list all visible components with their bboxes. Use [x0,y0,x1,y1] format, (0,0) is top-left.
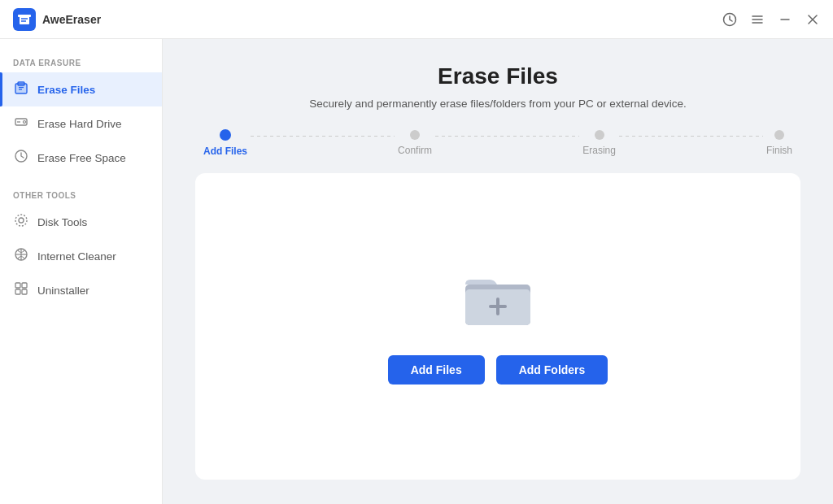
sidebar-internet-cleaner-label: Internet Cleaner [37,250,116,263]
sidebar-item-erase-free-space[interactable]: Erase Free Space [0,141,162,175]
sidebar-erase-free-space-label: Erase Free Space [37,152,126,164]
uninstaller-icon [13,281,29,299]
step-dot-confirm [410,130,420,140]
svg-rect-2 [18,15,31,17]
step-dot-add-files [220,129,231,141]
title-bar-controls [722,12,820,27]
history-icon[interactable] [722,12,737,27]
app-title: AweEraser [42,13,101,26]
step-label-add-files: Add Files [203,146,247,157]
steps-container: Add Files Confirm Erasing Finish [195,129,800,157]
title-bar-left: AweEraser [13,8,101,31]
svg-point-22 [15,215,27,226]
sidebar-item-uninstaller[interactable]: Uninstaller [0,273,162,307]
disk-tools-icon [13,213,29,231]
step-add-files: Add Files [203,129,247,157]
step-label-erasing: Erasing [582,145,616,156]
page-title: Erase Files [195,63,800,89]
step-dot-erasing [595,130,604,140]
sidebar-item-internet-cleaner[interactable]: Internet Cleaner [0,239,162,273]
sidebar-item-erase-hard-drive[interactable]: Erase Hard Drive [0,106,162,141]
steps-line-1 [251,136,395,137]
svg-point-21 [19,218,24,223]
app-logo [13,8,36,31]
internet-cleaner-icon [13,247,29,265]
svg-rect-27 [22,283,27,288]
sidebar-item-erase-files[interactable]: Erase Files [0,72,162,106]
folder-icon-wrapper [461,268,534,332]
erase-files-icon [13,80,29,98]
menu-icon[interactable] [750,12,765,27]
steps-line-3 [619,136,763,137]
sidebar-erase-files-label: Erase Files [37,84,95,96]
step-finish: Finish [766,130,792,156]
erase-free-space-icon [13,149,29,167]
step-erasing: Erasing [582,130,616,156]
svg-rect-26 [15,283,20,288]
content-area: Erase Files Securely and permanently era… [163,39,833,504]
step-label-confirm: Confirm [398,145,432,156]
add-folders-button[interactable]: Add Folders [496,355,608,385]
action-buttons: Add Files Add Folders [388,355,608,385]
folder-icon [461,268,534,329]
sidebar-uninstaller-label: Uninstaller [37,285,89,297]
step-dot-finish [774,130,784,140]
svg-point-18 [24,121,26,124]
data-erasure-label: DATA ERASURE [0,52,162,72]
other-tools-label: OTHER TOOLS [0,185,162,205]
step-label-finish: Finish [766,145,792,156]
erase-hard-drive-icon [13,115,29,133]
svg-rect-28 [15,289,20,294]
sidebar-erase-hard-drive-label: Erase Hard Drive [37,118,122,130]
sidebar: DATA ERASURE Erase Files [0,39,163,504]
add-files-button[interactable]: Add Files [388,355,485,385]
sidebar-item-disk-tools[interactable]: Disk Tools [0,205,162,239]
step-confirm: Confirm [398,130,432,156]
page-subtitle: Securely and permanently erase files/fol… [195,98,800,110]
sidebar-disk-tools-label: Disk Tools [37,216,87,228]
steps-line-2 [435,136,579,137]
svg-rect-29 [22,289,27,294]
svg-rect-1 [20,16,29,24]
close-icon[interactable] [805,12,820,27]
title-bar: AweEraser [0,0,833,39]
drop-zone: Add Files Add Folders [195,173,800,480]
minimize-icon[interactable] [778,12,792,27]
main-layout: DATA ERASURE Erase Files [0,39,833,504]
